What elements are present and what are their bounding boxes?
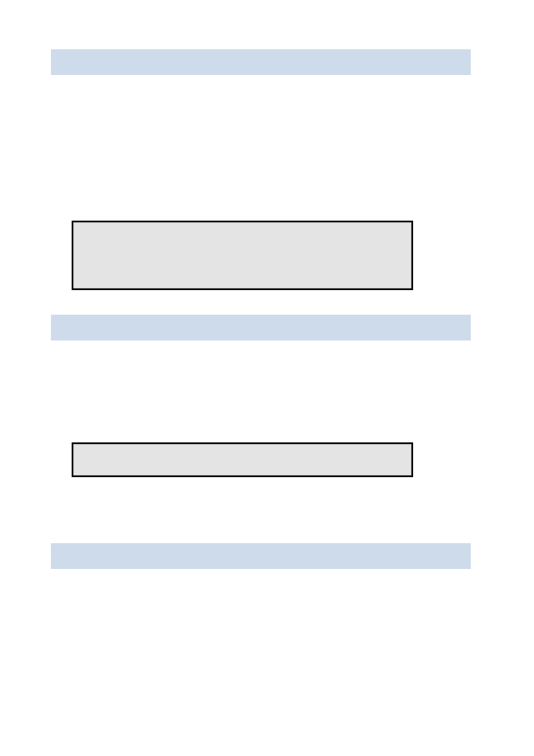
section-band (51, 543, 471, 569)
text-field[interactable] (72, 221, 413, 290)
section-band (51, 49, 471, 75)
section-band (51, 315, 471, 340)
document-page (0, 0, 534, 756)
text-field[interactable] (72, 442, 413, 477)
